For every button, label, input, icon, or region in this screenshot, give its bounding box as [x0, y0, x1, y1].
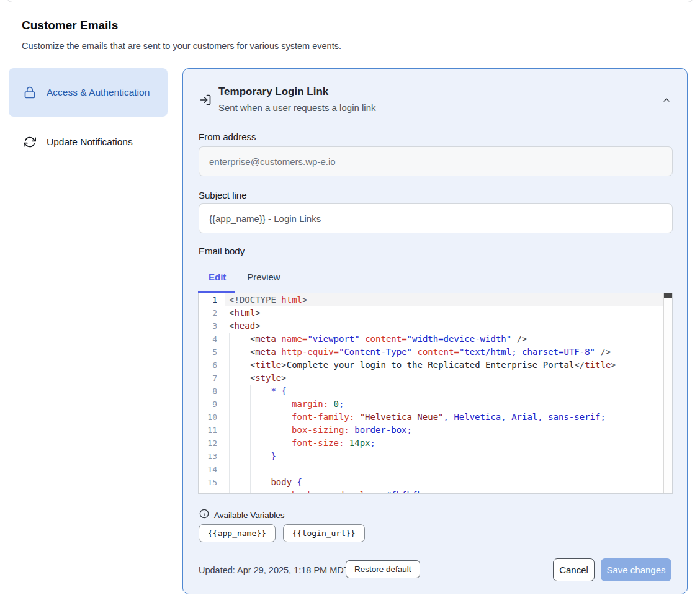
card-title: Temporary Login Link: [218, 86, 328, 98]
save-changes-button[interactable]: Save changes: [601, 558, 671, 581]
line-number: 14: [199, 463, 225, 476]
line-number: 16: [199, 489, 225, 494]
code-line-content: * {: [225, 385, 287, 398]
line-number: 12: [199, 437, 225, 450]
line-number: 13: [199, 450, 225, 463]
line-number: 15: [199, 476, 225, 489]
page-title: Customer Emails: [22, 19, 118, 32]
info-icon: [199, 509, 209, 521]
code-line-content: box-sizing: border-box;: [225, 424, 412, 437]
subject-line-label: Subject line: [199, 190, 247, 200]
log-in-icon: [199, 94, 212, 106]
available-variables-row: Available Variables: [199, 509, 285, 521]
code-line-content: margin: 0;: [225, 398, 344, 411]
code-line-7[interactable]: 7<style>: [199, 372, 672, 385]
code-line-content: <title>Complete your login to the Replic…: [225, 359, 616, 372]
variable-chips: {{app_name}}{{login_url}}: [199, 524, 365, 542]
code-line-15[interactable]: 15body {: [199, 476, 672, 489]
sidebar-item-label: Update Notifications: [47, 135, 133, 150]
code-line-content: font-size: 14px;: [225, 437, 375, 450]
collapse-button[interactable]: [658, 92, 675, 109]
customer-emails-page: Customer Emails Customize the emails tha…: [0, 0, 700, 608]
code-line-16[interactable]: 16background-color: #fbfbfb;: [199, 489, 672, 494]
code-line-content: <html>: [225, 306, 261, 320]
line-number: 2: [199, 306, 225, 320]
from-address-label: From address: [199, 132, 256, 142]
code-line-content: [225, 463, 271, 476]
restore-default-button[interactable]: Restore default: [346, 560, 420, 578]
code-line-6[interactable]: 6<title>Complete your login to the Repli…: [199, 359, 672, 372]
line-number: 1: [199, 293, 225, 306]
code-line-11[interactable]: 11box-sizing: border-box;: [199, 424, 672, 437]
code-line-8[interactable]: 8* {: [199, 385, 672, 398]
lock-icon: [24, 86, 36, 99]
code-line-content: <meta name="viewport" content="width=dev…: [225, 333, 527, 346]
code-line-12[interactable]: 12font-size: 14px;: [199, 437, 672, 450]
subject-line-input[interactable]: [199, 203, 673, 233]
code-line-content: body {: [225, 476, 302, 489]
editor-scrollbar-thumb[interactable]: [664, 293, 672, 298]
chevron-up-icon: [662, 97, 671, 107]
code-line-content: <meta http-equiv="Content-Type" content=…: [225, 346, 611, 359]
code-line-5[interactable]: 5<meta http-equiv="Content-Type" content…: [199, 346, 672, 359]
variable-chip-app_name[interactable]: {{app_name}}: [199, 524, 276, 542]
available-variables-label: Available Variables: [214, 511, 285, 520]
sidebar-item-update-notifications[interactable]: Update Notifications: [9, 127, 168, 157]
line-number: 5: [199, 346, 225, 359]
editor-scrollbar[interactable]: [663, 293, 672, 493]
line-number: 11: [199, 424, 225, 437]
temporary-login-link-card: Temporary Login Link Sent when a user re…: [182, 68, 688, 594]
html-code-editor[interactable]: 1<!DOCTYPE html>2<html>3<head>4<meta nam…: [198, 293, 673, 494]
code-line-13[interactable]: 13}: [199, 450, 672, 463]
updated-timestamp: Updated: Apr 29, 2025, 1:18 PM MDT: [199, 565, 349, 575]
code-line-9[interactable]: 9margin: 0;: [199, 398, 672, 411]
code-line-2[interactable]: 2<html>: [199, 306, 672, 320]
variable-chip-login_url[interactable]: {{login_url}}: [283, 524, 365, 542]
editor-tabs: EditPreview: [209, 272, 280, 282]
line-number: 9: [199, 398, 225, 411]
code-line-10[interactable]: 10font-family: "Helvetica Neue", Helveti…: [199, 411, 672, 424]
sidebar-item-label: Access & Authentication: [47, 85, 152, 100]
line-number: 7: [199, 372, 225, 385]
code-line-3[interactable]: 3<head>: [199, 320, 672, 333]
code-line-content: }: [225, 450, 276, 463]
line-number: 4: [199, 333, 225, 346]
email-body-label: Email body: [199, 246, 245, 256]
previous-card-bottom-edge: [6, 0, 694, 2]
code-line-content: background-color: #fbfbfb;: [225, 489, 428, 494]
code-line-content: <!DOCTYPE html>: [225, 293, 307, 306]
tab-edit[interactable]: Edit: [209, 272, 226, 282]
code-line-content: <head>: [225, 320, 261, 333]
tab-preview[interactable]: Preview: [247, 272, 280, 282]
line-number: 3: [199, 320, 225, 333]
cancel-button[interactable]: Cancel: [553, 558, 595, 581]
line-number: 6: [199, 359, 225, 372]
from-address-input[interactable]: [199, 146, 673, 176]
line-number: 10: [199, 411, 225, 424]
card-subtitle: Sent when a user requests a login link: [218, 102, 375, 113]
code-line-14[interactable]: 14: [199, 463, 672, 476]
email-types-sidebar: Access & AuthenticationUpdate Notificati…: [9, 68, 168, 157]
code-line-content: <style>: [225, 372, 287, 385]
code-line-1[interactable]: 1<!DOCTYPE html>: [199, 293, 672, 306]
code-line-4[interactable]: 4<meta name="viewport" content="width=de…: [199, 333, 672, 346]
sidebar-item-access-authentication[interactable]: Access & Authentication: [9, 68, 168, 117]
line-number: 8: [199, 385, 225, 398]
page-description: Customize the emails that are sent to yo…: [22, 41, 341, 51]
code-line-content: font-family: "Helvetica Neue", Helvetica…: [225, 411, 606, 424]
refresh-icon: [24, 136, 36, 148]
